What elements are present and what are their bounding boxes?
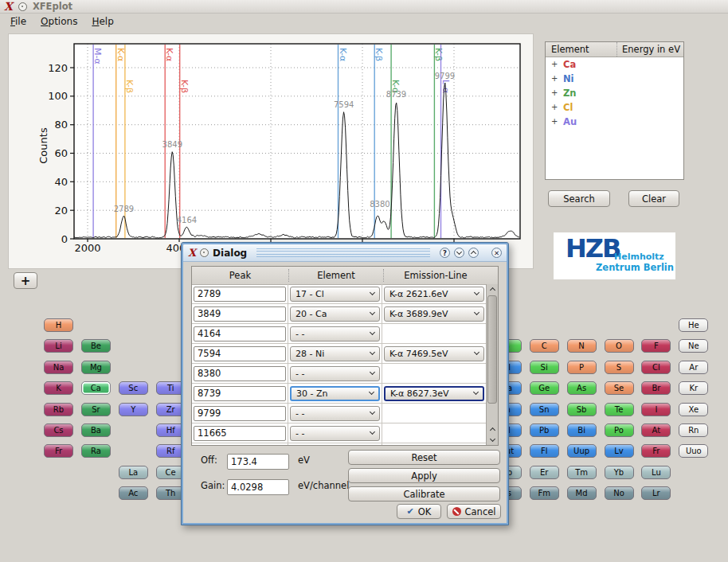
element-button-Li[interactable]: Li <box>44 339 73 353</box>
menu-file[interactable]: File <box>3 15 33 28</box>
ok-button[interactable]: ✔ OK <box>397 504 441 519</box>
element-button-Te[interactable]: Te <box>605 403 634 416</box>
dialog-menu-icon[interactable] <box>200 248 209 257</box>
expand-icon[interactable]: + <box>551 60 558 68</box>
element-button-Fl[interactable]: Fl <box>530 444 559 458</box>
emission-select[interactable]: K-α 8627.3eV <box>384 386 484 401</box>
element-button-Lr[interactable]: Lr <box>641 486 671 500</box>
element-button-Na[interactable]: Na <box>44 361 73 374</box>
element-button-Y[interactable]: Y <box>119 403 148 416</box>
apply-button[interactable]: Apply <box>348 468 500 483</box>
element-select[interactable]: - - <box>290 366 380 381</box>
help-icon[interactable]: ? <box>440 248 450 258</box>
gain-input[interactable] <box>227 479 289 495</box>
peak-input[interactable] <box>194 406 286 421</box>
dialog-titlebar[interactable]: X Dialog ? ✕ <box>183 244 507 262</box>
element-tree-item-Au[interactable]: +Au <box>546 115 683 129</box>
element-button-Sr[interactable]: Sr <box>81 403 111 416</box>
element-button-Yb[interactable]: Yb <box>605 466 634 479</box>
close-icon[interactable]: ✕ <box>491 248 502 258</box>
expand-icon[interactable]: + <box>551 103 558 111</box>
element-button-No[interactable]: No <box>605 486 634 500</box>
element-button-Si[interactable]: Si <box>530 361 559 374</box>
element-button-P[interactable]: P <box>567 361 597 374</box>
offset-input[interactable] <box>227 454 289 470</box>
scroll-down-icon[interactable] <box>487 435 498 445</box>
element-button-Sb[interactable]: Sb <box>567 403 597 416</box>
spectrum-plot[interactable]: M-αK-αK-βK-αK-βK-αK-βK-αK-βL-α2789384941… <box>8 33 534 269</box>
element-button-He[interactable]: He <box>679 318 708 332</box>
element-button-Se[interactable]: Se <box>605 381 634 395</box>
table-scrollbar[interactable] <box>486 284 498 445</box>
element-button-Cl[interactable]: Cl <box>641 361 671 374</box>
element-button-Ge[interactable]: Ge <box>530 381 559 395</box>
element-button-Ar[interactable]: Ar <box>679 361 708 374</box>
expand-icon[interactable]: + <box>551 89 558 97</box>
expand-icon[interactable]: + <box>551 118 558 126</box>
menu-help[interactable]: Help <box>84 15 120 28</box>
element-column-header[interactable]: Element <box>546 44 616 55</box>
peak-input[interactable] <box>194 426 286 441</box>
scroll-up-icon[interactable] <box>487 284 498 295</box>
element-button-Fr[interactable]: Fr <box>44 444 73 458</box>
peak-input[interactable] <box>194 386 286 401</box>
search-button[interactable]: Search <box>548 190 610 207</box>
peak-input[interactable] <box>194 366 286 381</box>
element-select[interactable]: 30 - Zn <box>290 386 380 401</box>
element-button-Ca[interactable]: Ca <box>81 381 111 395</box>
element-button-I[interactable]: I <box>641 403 671 416</box>
element-button-C[interactable]: C <box>530 339 559 353</box>
element-button-Br[interactable]: Br <box>641 381 671 395</box>
element-tree-item-Cl[interactable]: +Cl <box>546 100 683 115</box>
element-button-Sc[interactable]: Sc <box>119 381 148 395</box>
window-titlebar[interactable]: X XFEplot <box>0 0 728 14</box>
element-button-O[interactable]: O <box>605 339 634 353</box>
expand-icon[interactable]: + <box>551 75 558 83</box>
element-button-H[interactable]: H <box>44 318 73 332</box>
shade-down-icon[interactable] <box>454 248 464 258</box>
clear-button[interactable]: Clear <box>628 190 679 207</box>
element-button-At[interactable]: At <box>641 423 671 437</box>
cancel-button[interactable]: Cancel <box>447 504 501 519</box>
element-button-Tm[interactable]: Tm <box>567 466 597 479</box>
element-tree-item-Ca[interactable]: +Ca <box>546 57 683 72</box>
element-button-S[interactable]: S <box>605 361 634 374</box>
element-button-Ac[interactable]: Ac <box>119 486 148 500</box>
calibrate-button[interactable]: Calibrate <box>348 486 500 502</box>
element-button-Pb[interactable]: Pb <box>530 423 559 437</box>
emission-select[interactable]: K-α 2621.6eV <box>384 287 484 302</box>
element-button-Cs[interactable]: Cs <box>44 423 73 437</box>
element-button-Er[interactable]: Er <box>530 466 559 479</box>
emission-select[interactable]: K-α 3689.9eV <box>384 306 484 322</box>
element-button-Md[interactable]: Md <box>567 486 597 500</box>
reset-button[interactable]: Reset <box>348 450 500 465</box>
element-button-Kr[interactable]: Kr <box>679 381 708 395</box>
element-button-Lv[interactable]: Lv <box>605 444 634 458</box>
element-button-Mg[interactable]: Mg <box>81 361 111 374</box>
element-button-Ba[interactable]: Ba <box>81 423 111 437</box>
element-button-F[interactable]: F <box>641 339 671 353</box>
scroll-up-icon[interactable] <box>487 424 498 435</box>
element-button-Uuo[interactable]: Uuo <box>679 444 708 458</box>
element-button-Ne[interactable]: Ne <box>679 339 708 353</box>
shade-up-icon[interactable] <box>468 248 479 258</box>
peak-input[interactable] <box>194 346 286 361</box>
element-select[interactable]: - - <box>290 406 380 421</box>
element-tree-item-Zn[interactable]: +Zn <box>546 86 683 100</box>
peak-input[interactable] <box>194 287 286 302</box>
pan-tool-button[interactable]: + <box>14 272 37 289</box>
scrollbar-thumb[interactable] <box>487 295 497 404</box>
element-button-Bi[interactable]: Bi <box>567 423 597 437</box>
element-button-La[interactable]: La <box>119 466 148 479</box>
element-button-Po[interactable]: Po <box>605 423 634 437</box>
window-menu-icon[interactable] <box>18 2 27 11</box>
element-button-N[interactable]: N <box>567 339 597 353</box>
element-select[interactable]: - - <box>290 326 380 341</box>
element-select[interactable]: - - <box>290 426 380 441</box>
element-button-As[interactable]: As <box>567 381 597 395</box>
element-button-Xe[interactable]: Xe <box>679 403 708 416</box>
peak-input[interactable] <box>194 306 286 322</box>
element-select[interactable]: 17 - Cl <box>290 287 380 302</box>
element-button-Fm[interactable]: Fm <box>530 486 559 500</box>
peak-input[interactable] <box>194 326 286 341</box>
